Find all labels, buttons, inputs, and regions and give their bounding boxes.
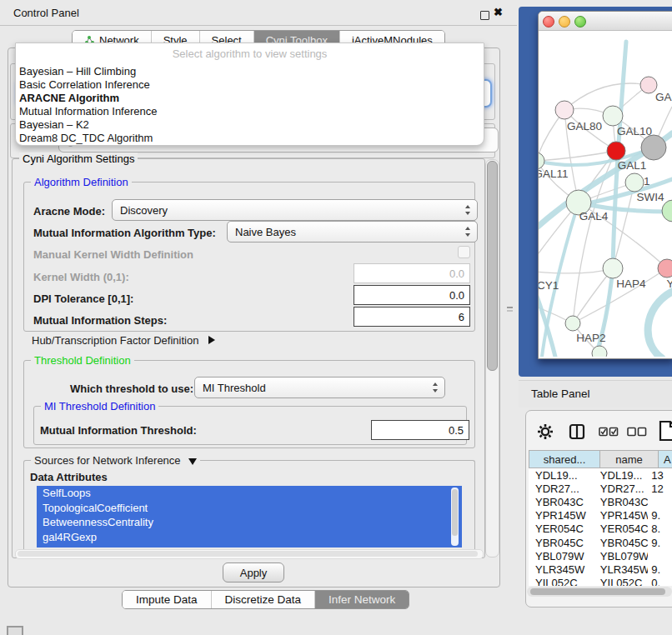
table-body[interactable]: YDL19...YDL19...13YDR27...YDR27...12YBR0… [529, 468, 672, 586]
network-edge-highlighted[interactable] [648, 292, 672, 357]
dock-panel-button[interactable] [7, 626, 23, 635]
table-row[interactable]: YDR27...YDR27...12 [529, 482, 672, 495]
manual-kernel-width-checkbox[interactable] [458, 246, 470, 258]
data-attribute-item-0[interactable]: SelfLoops [37, 486, 462, 501]
network-node-swi4[interactable] [625, 173, 644, 192]
table-cell: YBL079W [529, 550, 594, 562]
data-attribute-item-1[interactable]: TopologicalCoefficient [37, 501, 462, 516]
table-cell: YLR345W [529, 563, 594, 576]
column-header-partial[interactable]: A [658, 450, 672, 468]
table-cell: 12 [648, 482, 672, 495]
mi-threshold-label: Mutual Information Threshold: [40, 424, 197, 437]
network-node-gal1[interactable] [607, 142, 625, 160]
settings-vscrollbar-thumb[interactable] [487, 161, 498, 371]
aracne-mode-combo[interactable]: Discovery [112, 199, 478, 221]
apply-button[interactable]: Apply [223, 562, 284, 582]
network-node[interactable] [640, 77, 657, 93]
network-node[interactable] [641, 135, 666, 160]
spinner-arrows-icon [465, 227, 471, 237]
table-row[interactable]: YBL079WYBL079W [529, 549, 672, 562]
table-row[interactable]: YBR045CYBR045C9. [529, 536, 672, 549]
network-node-gal10[interactable] [603, 106, 623, 126]
table-row[interactable]: YIL052CYIL052C0. [529, 577, 672, 587]
cyni-algorithm-settings-title: Cyni Algorithm Settings [19, 152, 138, 165]
column-header-shared-name[interactable]: shared... [529, 450, 600, 468]
mac-close-icon[interactable] [543, 16, 554, 28]
column-header-name[interactable]: name [599, 450, 659, 468]
algorithm-option-4[interactable]: Bayesian – K2 [19, 118, 480, 132]
algorithm-option-3[interactable]: Mutual Information Inference [19, 105, 480, 118]
control-panel-title: Control Panel [13, 7, 79, 19]
network-node-gal80[interactable] [555, 101, 574, 119]
mac-zoom-icon[interactable] [574, 16, 586, 28]
apply-button-label: Apply [240, 567, 268, 579]
network-edge[interactable] [539, 268, 613, 273]
attributes-scrollbar-thumb[interactable] [452, 489, 458, 536]
algorithm-option-2[interactable]: ARACNE Algorithm [19, 92, 480, 105]
network-node-y[interactable] [658, 259, 672, 278]
float-panel-icon[interactable] [480, 11, 489, 20]
kernel-width-field[interactable]: 0.0 [354, 263, 470, 283]
table-row[interactable]: YDL19...YDL19...13 [529, 468, 672, 482]
tab-discretize-data[interactable]: Discretize Data [212, 591, 316, 608]
algorithm-dropdown-popup: Select algorithm to view settings Bayesi… [15, 42, 484, 146]
sources-group-title: Sources for Network Inference [31, 454, 200, 467]
algorithm-dropdown-placeholder: Select algorithm to view settings [16, 48, 484, 60]
column-header-name-label: name [615, 453, 643, 466]
mi-steps-value: 6 [459, 311, 464, 323]
algorithm-option-5[interactable]: Dream8 DC_TDC Algorithm [19, 132, 480, 145]
table-cell: 9. [648, 537, 672, 549]
select-all-columns-icon[interactable] [599, 427, 619, 437]
split-columns-icon[interactable] [569, 423, 585, 440]
network-node[interactable] [592, 346, 607, 357]
mi-algorithm-type-value: Naive Bayes [235, 226, 296, 238]
spinner-arrows-icon [433, 382, 439, 392]
which-threshold-combo[interactable]: MI Threshold [194, 377, 445, 398]
data-attribute-item-3[interactable]: gal4RGexp [37, 530, 462, 545]
table-hscrollbar-thumb[interactable] [530, 588, 665, 595]
table-settings-gear-icon[interactable] [537, 423, 554, 440]
table-row[interactable]: YER054CYER054C8. [529, 522, 672, 536]
table-cell: YDL19... [529, 469, 594, 482]
network-node-hap2[interactable] [565, 316, 580, 331]
table-row[interactable]: YBR043CYBR043C [529, 495, 672, 508]
dpi-tolerance-field[interactable]: 0.0 [354, 285, 470, 305]
table-cell: YPR145W [594, 509, 649, 522]
node-label: HAP4 [616, 278, 646, 290]
data-attribute-item-2[interactable]: BetweennessCentrality [37, 515, 462, 530]
export-table-icon[interactable] [659, 420, 672, 442]
network-node-hap4[interactable] [603, 258, 623, 278]
close-panel-icon[interactable]: ✖ [494, 6, 503, 18]
network-node-gal11[interactable] [539, 152, 544, 169]
table-cell: 9. [648, 563, 672, 576]
table-row[interactable]: YLR345WYLR345W9. [529, 562, 672, 576]
column-header-shared-name-label: shared... [544, 453, 586, 466]
data-attributes-list[interactable]: SelfLoopsTopologicalCoefficientBetweenne… [37, 486, 462, 548]
node-label: GAL80 [567, 120, 602, 132]
tab-impute-data-label: Impute Data [136, 593, 198, 606]
collapse-arrow-icon[interactable] [188, 458, 197, 465]
mi-algorithm-type-combo[interactable]: Naive Bayes [227, 221, 478, 242]
table-row[interactable]: YPR145WYPR145W9. [529, 509, 672, 522]
panel-divider-handle[interactable] [507, 306, 513, 312]
table-cell: 9. [648, 509, 672, 522]
tab-infer-network[interactable]: Infer Network [315, 591, 409, 608]
deselect-all-columns-icon[interactable] [627, 427, 647, 437]
network-canvas[interactable]: GAL80GAL10GAL1GAL11GAL4SWI4GCY1HAP4YHAP2… [539, 30, 672, 357]
mi-steps-field[interactable]: 6 [354, 307, 470, 327]
mac-minimize-icon[interactable] [559, 16, 570, 28]
settings-hscrollbar-thumb[interactable] [18, 551, 478, 557]
table-cell: YDL19... [594, 469, 649, 482]
network-edge[interactable] [564, 83, 649, 110]
algorithm-option-0[interactable]: Bayesian – Hill Climbing [19, 65, 480, 78]
table-cell: 8. [648, 522, 672, 535]
mi-threshold-field[interactable]: 0.5 [371, 420, 469, 440]
spinner-arrows-icon [465, 205, 471, 215]
tab-impute-data[interactable]: Impute Data [123, 591, 212, 608]
algorithm-option-1[interactable]: Basic Correlation Inference [19, 78, 480, 92]
network-edge[interactable] [539, 151, 616, 161]
table-cell: YDR27... [529, 482, 594, 495]
node-label: GAL10 [617, 125, 652, 138]
hub-definition-expander[interactable]: Hub/Transcription Factor Definition [32, 334, 215, 347]
table-toolbar [525, 417, 672, 447]
